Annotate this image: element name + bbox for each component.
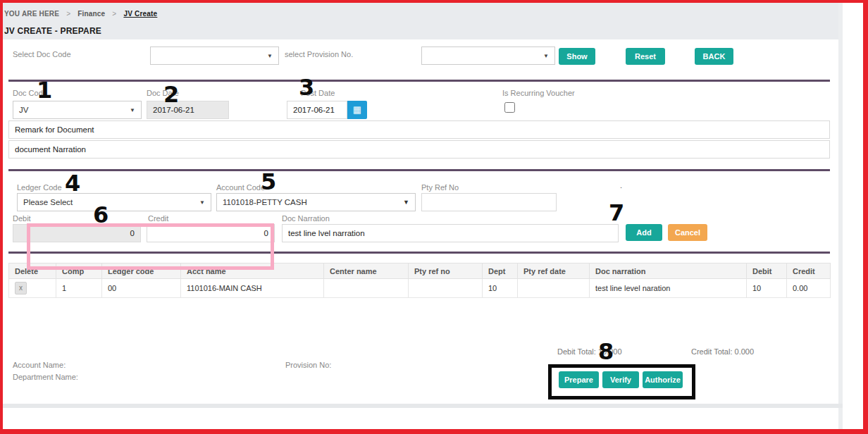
annotation-number-4: 4 [65,172,80,194]
section-divider [8,169,830,171]
account-code-dropdown[interactable]: 1101018-PETTY CASH ▼ [216,193,416,211]
cell-dept: 10 [483,279,518,298]
show-button[interactable]: Show [559,48,595,65]
back-button[interactable]: BACK [695,48,733,65]
breadcrumb: YOU ARE HERE > Finance > JV Create [4,10,157,18]
reset-button[interactable]: Reset [626,48,665,65]
doc-narration-label: Doc Narration [282,214,330,223]
department-name-label: Department Name: [13,373,78,381]
calendar-icon[interactable]: ▦ [347,101,367,119]
credit-total: Credit Total: 0.000 [691,347,754,356]
annotation-number-6: 6 [93,204,108,226]
debit-label: Debit [13,214,31,223]
select-doc-code-label: Select Doc Code [13,50,71,58]
breadcrumb-separator: > [66,10,70,18]
cell-ledger-code: 00 [102,279,181,298]
ledger-code-value: Please Select [23,198,73,206]
col-dept: Dept [483,264,518,279]
delete-row-button[interactable]: x [15,282,27,294]
pty-ref-no-field[interactable] [421,193,557,211]
cell-acct-name: 1101016-MAIN CASH [181,279,324,298]
col-credit: Credit [787,264,831,279]
ledger-code-dropdown[interactable]: Please Select ▼ [17,193,211,211]
remark-for-document-field[interactable] [8,120,830,139]
recurring-voucher-checkbox[interactable] [504,102,515,113]
section-divider [8,80,830,82]
doc-narration-field[interactable] [282,224,619,242]
doc-code-dropdown[interactable]: JV ▼ [13,101,142,119]
col-debit: Debit [747,264,787,279]
select-doc-code-dropdown[interactable]: ▼ [150,46,279,65]
annotation-number-2: 2 [163,83,179,106]
chevron-down-icon: ▼ [130,107,135,113]
chevron-down-icon: ▼ [267,53,273,59]
stray-dot: . [620,181,622,190]
chevron-down-icon: ▼ [199,199,205,206]
doc-date-field [147,101,229,119]
select-provision-label: select Provision No. [285,50,353,58]
authorize-button[interactable]: Authorize [643,371,683,388]
cell-comp: 1 [56,279,102,298]
annotation-number-3: 3 [299,76,314,99]
pty-ref-no-label: Pty Ref No [421,183,459,192]
credit-label: Credit [148,214,168,223]
select-provision-dropdown[interactable]: ▼ [421,46,555,65]
chevron-down-icon: ▼ [403,199,409,206]
col-pty-ref-no: Pty ref no [409,264,483,279]
prepare-button[interactable]: Prepare [559,371,599,388]
content-bottom-edge [3,404,843,408]
annotation-number-7: 7 [609,202,624,224]
account-code-label: Account Code [216,183,265,192]
content-right-edge [838,3,843,429]
ledger-code-label: Ledger Code [17,183,62,192]
recurring-voucher-label: Is Recurring Voucher [502,89,575,97]
annotation-number-5: 5 [261,170,276,193]
page-header-band [3,3,843,39]
breadcrumb-item-finance[interactable]: Finance [78,10,105,18]
account-code-value: 1101018-PETTY CASH [223,198,307,206]
annotation-highlight-box-pink [27,223,274,270]
app-window: YOU ARE HERE > Finance > JV Create JV CR… [3,3,863,429]
post-date-field[interactable] [287,101,347,119]
cell-credit: 0.00 [787,279,831,298]
doc-code-value: JV [19,106,28,114]
cell-pty-ref-no [409,279,483,298]
verify-button[interactable]: Verify [602,371,639,388]
account-name-label: Account Name: [13,361,66,369]
col-pty-ref-date: Pty ref date [518,264,590,279]
cell-pty-ref-date [518,279,590,298]
document-narration-field[interactable] [8,140,830,159]
annotation-number-1: 1 [37,79,52,101]
cell-debit: 10 [747,279,787,298]
col-doc-narration: Doc narration [590,264,747,279]
breadcrumb-separator: > [112,10,116,18]
chevron-down-icon: ▼ [543,53,549,59]
provision-no-label: Provision No: [285,361,331,369]
add-button[interactable]: Add [626,224,662,241]
cell-center-name [324,279,409,298]
annotation-number-8: 8 [598,340,614,363]
breadcrumb-item-jv-create[interactable]: JV Create [123,10,157,18]
cell-doc-narration: test line level naration [590,279,747,298]
cancel-button[interactable]: Cancel [668,224,707,241]
col-center-name: Center name [324,264,409,279]
page-title: JV CREATE - PREPARE [4,26,101,36]
breadcrumb-prefix: YOU ARE HERE [4,10,59,18]
table-row: x 1 00 1101016-MAIN CASH 10 test line le… [9,279,831,298]
